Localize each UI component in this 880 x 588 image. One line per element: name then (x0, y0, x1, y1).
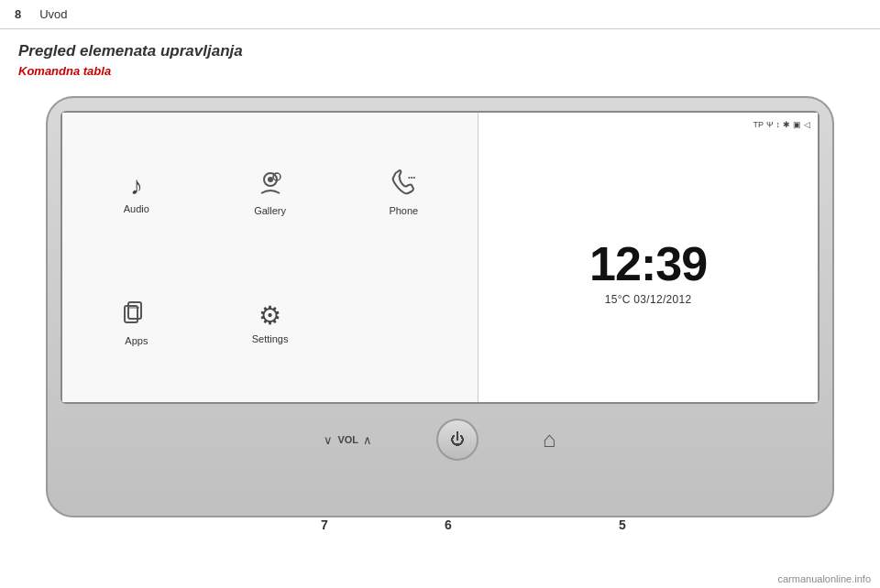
chapter-title: Uvod (39, 7, 67, 21)
svg-point-1 (268, 177, 273, 182)
status-usb: ↕ (776, 120, 780, 129)
home-button[interactable]: ⌂ (543, 427, 556, 452)
settings-label: Settings (252, 333, 289, 344)
phone-label: Phone (389, 205, 418, 216)
home-icon: ⌂ (543, 427, 556, 452)
power-button[interactable]: ⏻ (436, 419, 478, 461)
screen-area: ♪ Audio (60, 111, 820, 404)
clock-sub: 15°C 03/12/2012 (605, 293, 692, 306)
status-volume: ◁ (804, 120, 810, 129)
svg-rect-8 (125, 306, 138, 322)
status-bluetooth: ✱ (783, 120, 790, 129)
clock-display: 12:39 (589, 236, 707, 291)
gallery-label: Gallery (254, 205, 286, 216)
status-icons-row: TP Ψ ↕ ✱ ▣ ◁ (753, 120, 810, 129)
annotation-7: 7 (321, 517, 328, 532)
device-bottom: ∨ VOL ∧ ⏻ ⌂ (60, 419, 820, 461)
svg-rect-9 (128, 302, 141, 319)
status-tp: TP (753, 120, 764, 129)
vol-label: VOL (337, 434, 358, 445)
settings-icon: ⚙ (258, 300, 281, 331)
gallery-icon (257, 169, 284, 202)
screen-clock-panel: TP Ψ ↕ ✱ ▣ ◁ 12:39 15°C 03/12/2012 (478, 113, 818, 402)
audio-label: Audio (124, 203, 149, 214)
audio-icon: ♪ (130, 171, 143, 201)
annotation-5: 5 (619, 517, 626, 532)
phone-icon: ••• (390, 169, 417, 202)
annotation-6: 6 (445, 517, 452, 532)
section-title: Pregled elemenata upravljanja (18, 42, 862, 60)
status-signal: Ψ (766, 120, 774, 129)
page: 8 Uvod Pregled elemenata upravljanja Kom… (0, 0, 880, 588)
icon-apps[interactable]: Apps (70, 257, 204, 387)
status-battery: ▣ (793, 120, 801, 129)
vol-group: ∨ VOL ∧ (324, 433, 372, 447)
main-content: Pregled elemenata upravljanja Komandna t… (0, 29, 880, 554)
icon-settings[interactable]: ⚙ Settings (204, 257, 337, 387)
vol-up-icon[interactable]: ∧ (363, 433, 372, 447)
icon-phone[interactable]: ••• Phone (336, 127, 470, 257)
top-bar: 8 Uvod (0, 0, 880, 29)
screen-icons-panel: ♪ Audio (62, 113, 478, 402)
device-shell: ♪ Audio (46, 96, 834, 517)
watermark: carmanualonline.info (777, 573, 871, 584)
sub-section-title: Komandna tabla (18, 64, 862, 78)
icon-audio[interactable]: ♪ Audio (70, 127, 204, 257)
apps-icon (123, 299, 150, 332)
vol-down-icon[interactable]: ∨ (324, 433, 333, 447)
svg-text:•••: ••• (408, 173, 416, 181)
power-icon: ⏻ (450, 431, 465, 448)
icon-gallery[interactable]: Gallery (204, 127, 337, 257)
apps-label: Apps (125, 335, 148, 346)
page-number: 8 (15, 7, 21, 21)
